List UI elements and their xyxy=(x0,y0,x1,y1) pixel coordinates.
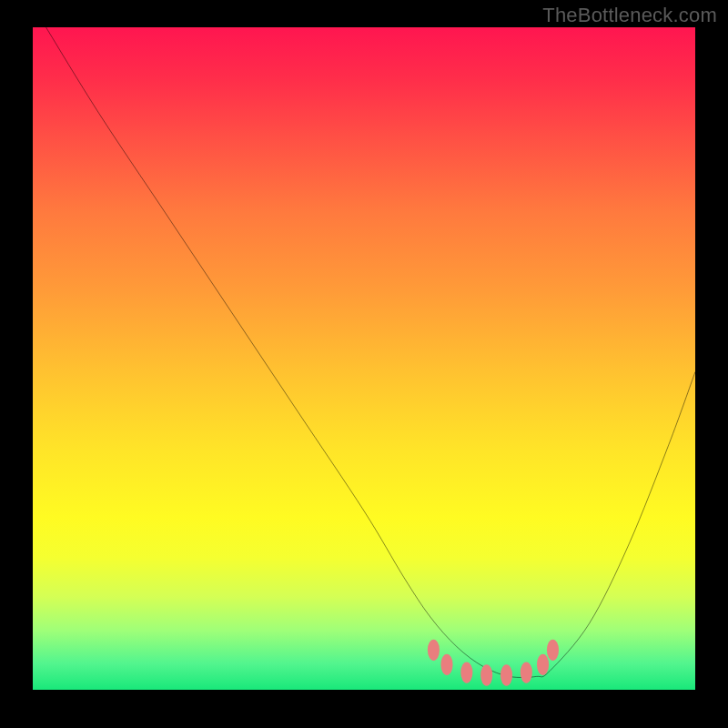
sweet-spot-dot xyxy=(460,662,472,682)
chart-area xyxy=(33,27,695,690)
sweet-spot-dot xyxy=(547,640,559,661)
marker-group xyxy=(428,640,559,686)
watermark-text: TheBottleneck.com xyxy=(542,4,717,27)
sweet-spot-dot xyxy=(440,654,452,675)
sweet-spot-dot xyxy=(521,662,532,682)
sweet-spot-dot xyxy=(428,640,440,661)
sweet-spot-dot xyxy=(500,664,512,685)
sweet-spot-markers xyxy=(33,27,695,690)
sweet-spot-dot xyxy=(480,664,492,685)
sweet-spot-dot xyxy=(537,654,549,675)
